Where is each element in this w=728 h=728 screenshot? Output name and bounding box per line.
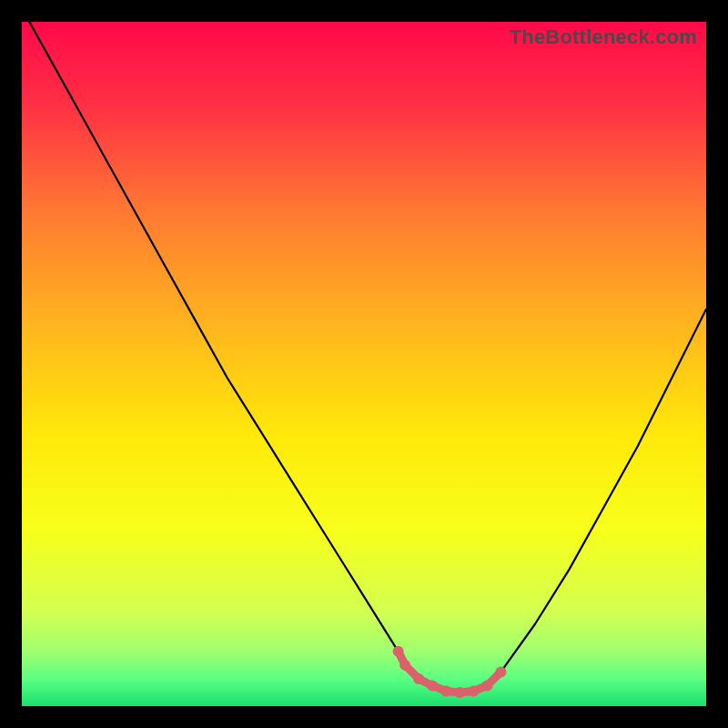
watermark-text: TheBottleneck.com: [510, 25, 697, 49]
chart-lines: [22, 22, 706, 706]
series-floor_highlight-dot: [481, 680, 492, 691]
plot-area: TheBottleneck.com: [22, 22, 706, 706]
series-floor_highlight-dot: [399, 660, 410, 671]
series-floor_highlight-dot: [393, 646, 404, 657]
series-floor_highlight-dot: [413, 673, 424, 684]
series-floor_highlight-dot: [495, 666, 506, 677]
series-floor_highlight-dot: [427, 680, 438, 691]
series-floor_highlight-dot: [468, 685, 479, 696]
series-curve: [22, 22, 706, 693]
series-floor_highlight-dot: [440, 685, 451, 696]
series-floor_highlight-dot: [454, 687, 465, 698]
chart-frame: TheBottleneck.com: [0, 0, 728, 728]
